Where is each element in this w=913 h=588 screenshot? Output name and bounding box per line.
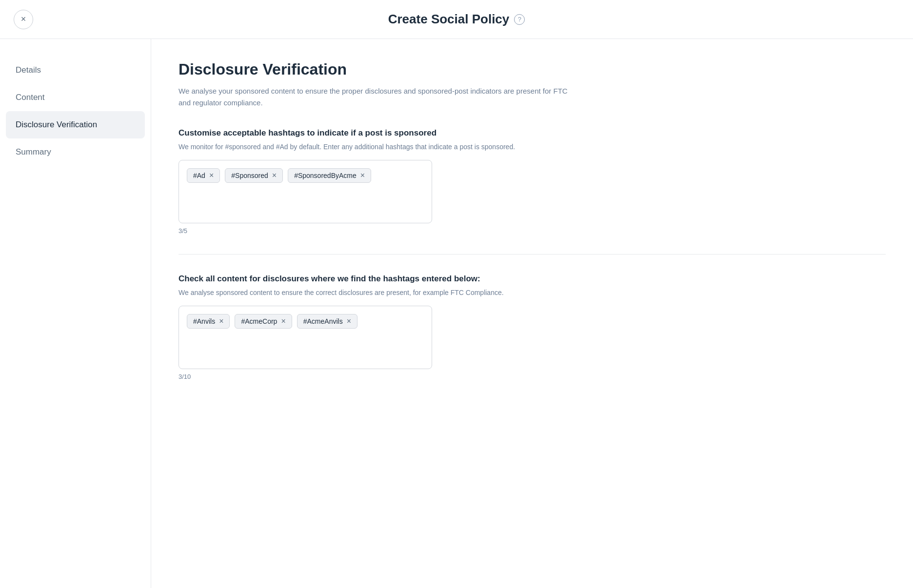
tag-sponsored-label: #Sponsored (231, 172, 268, 179)
title-text: Create Social Policy (388, 12, 510, 27)
sidebar-item-disclosure-verification-label: Disclosure Verification (16, 120, 97, 129)
main-layout: Details Content Disclosure Verification … (0, 39, 913, 588)
tag-sponsored-by-acme: #SponsoredByAcme × (288, 168, 371, 183)
page-title: Disclosure Verification (179, 60, 886, 78)
disclosures-subsection: Check all content for disclosures where … (179, 274, 886, 380)
sidebar-item-details[interactable]: Details (0, 57, 151, 84)
sidebar-item-summary[interactable]: Summary (0, 138, 151, 166)
tag-anvils-label: #Anvils (193, 317, 215, 325)
disclosures-description: We analyse sponsored content to ensure t… (179, 288, 578, 298)
sidebar-item-details-label: Details (16, 65, 41, 75)
sidebar-item-content-label: Content (16, 93, 45, 102)
tag-acmecorp-remove[interactable]: × (281, 317, 285, 325)
tag-anvils: #Anvils × (187, 314, 230, 329)
hashtags-tag-input[interactable]: #Ad × #Sponsored × #SponsoredByAcme × (179, 160, 432, 223)
section-divider (179, 254, 886, 255)
hashtags-subsection: Customise acceptable hashtags to indicat… (179, 128, 886, 235)
main-content: Disclosure Verification We analyse your … (151, 39, 913, 588)
tag-ad-remove[interactable]: × (209, 172, 214, 179)
disclosures-title: Check all content for disclosures where … (179, 274, 886, 284)
sidebar: Details Content Disclosure Verification … (0, 39, 151, 588)
tag-ad: #Ad × (187, 168, 220, 183)
disclosures-count: 3/10 (179, 373, 886, 380)
disclosures-tag-input[interactable]: #Anvils × #AcmeCorp × #AcmeAnvils × (179, 306, 432, 369)
tag-sponsored-by-acme-remove[interactable]: × (360, 172, 365, 179)
tag-acmecorp: #AcmeCorp × (235, 314, 292, 329)
tag-acmeanvils-label: #AcmeAnvils (303, 317, 343, 325)
hashtags-description: We monitor for #sponsored and #Ad by def… (179, 142, 578, 152)
close-button[interactable]: × (14, 10, 33, 29)
close-icon: × (21, 14, 26, 24)
header-title: Create Social Policy ? (388, 12, 525, 27)
tag-acmeanvils-remove[interactable]: × (347, 317, 351, 325)
hashtags-title: Customise acceptable hashtags to indicat… (179, 128, 886, 138)
tag-sponsored-by-acme-label: #SponsoredByAcme (294, 172, 357, 179)
tag-sponsored: #Sponsored × (225, 168, 283, 183)
header: × Create Social Policy ? (0, 0, 913, 39)
sidebar-item-summary-label: Summary (16, 147, 51, 157)
sidebar-item-disclosure-verification[interactable]: Disclosure Verification (6, 111, 145, 138)
tag-ad-label: #Ad (193, 172, 205, 179)
tag-sponsored-remove[interactable]: × (272, 172, 277, 179)
sidebar-item-content[interactable]: Content (0, 84, 151, 111)
page-description: We analyse your sponsored content to ens… (179, 85, 578, 109)
hashtags-count: 3/5 (179, 227, 886, 235)
tag-acmecorp-label: #AcmeCorp (241, 317, 277, 325)
tag-acmeanvils: #AcmeAnvils × (297, 314, 357, 329)
help-icon[interactable]: ? (514, 14, 525, 25)
tag-anvils-remove[interactable]: × (219, 317, 223, 325)
